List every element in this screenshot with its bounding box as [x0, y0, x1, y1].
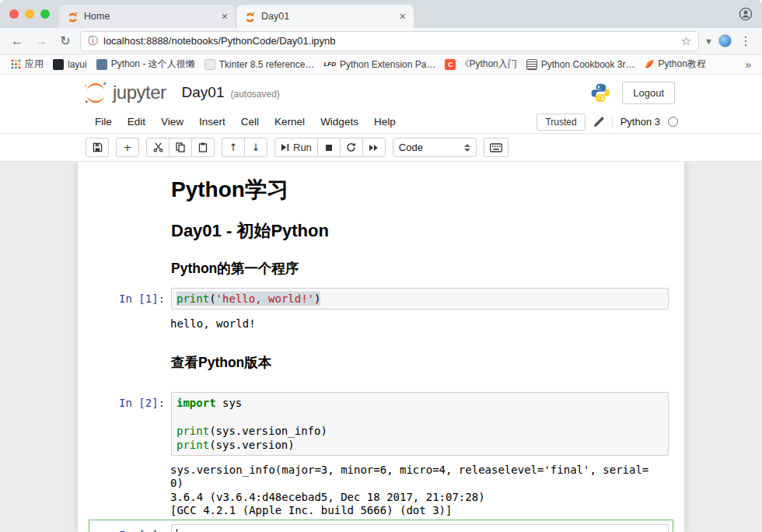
- bookmark-python-lazy[interactable]: Python - 这个人很懒: [92, 56, 200, 72]
- jupyter-logo[interactable]: jupyter: [82, 81, 166, 104]
- save-button[interactable]: [86, 138, 109, 157]
- bookmarks-bar: 应用 layui Python - 这个人很懒 Tkinter 8.5 refe…: [0, 54, 762, 75]
- bookmarks-overflow-icon[interactable]: »: [740, 58, 756, 71]
- interrupt-kernel-button[interactable]: [317, 138, 341, 157]
- cut-cell-button[interactable]: [146, 138, 170, 157]
- logout-button[interactable]: Logout: [622, 82, 675, 104]
- browser-toolbar: ← → ↻ ⓘ localhost:8888/notebooks/PythonC…: [0, 28, 762, 54]
- markdown-cell-h3-first[interactable]: Python的第一个程序: [89, 256, 673, 282]
- site-favicon-icon: [96, 59, 107, 70]
- markdown-cell-h1[interactable]: Python学习: [89, 173, 673, 207]
- zoom-window-button[interactable]: [40, 9, 50, 19]
- csdn-favicon-icon: C: [445, 59, 456, 70]
- python-logo-icon: [590, 82, 611, 103]
- menu-kernel[interactable]: Kernel: [267, 113, 313, 131]
- heading-day01: Day01 - 初始Python: [171, 221, 669, 241]
- bookmark-label: layui: [68, 59, 87, 70]
- notebook-container: Python学习 Day01 - 初始Python Python的第一个程序 I…: [78, 162, 684, 532]
- menu-help[interactable]: Help: [366, 113, 404, 131]
- extension-triangle-icon[interactable]: ▼: [704, 37, 713, 46]
- paste-icon: [198, 142, 208, 152]
- restart-icon: [346, 142, 356, 152]
- move-cell-down-button[interactable]: ↓: [244, 138, 267, 157]
- menu-cell[interactable]: Cell: [233, 113, 267, 131]
- bookmark-layui[interactable]: layui: [48, 58, 92, 72]
- window-controls: [9, 9, 50, 19]
- bookmark-label: Tkinter 8.5 reference…: [219, 59, 315, 70]
- menu-insert[interactable]: Insert: [191, 113, 233, 131]
- apps-grid-icon: [11, 59, 21, 69]
- book-favicon-icon: [526, 59, 537, 70]
- keyboard-icon: [490, 143, 502, 152]
- heading-check-version: 查看Python版本: [171, 355, 669, 371]
- markdown-cell-h3-second[interactable]: 查看Python版本: [89, 350, 673, 376]
- omnibox[interactable]: ⓘ localhost:8888/notebooks/PythonCode/Da…: [80, 31, 699, 51]
- bookmark-python-tutorial[interactable]: Python教程: [640, 56, 711, 72]
- page-info-icon[interactable]: ⓘ: [88, 34, 98, 48]
- plus-icon: +: [124, 142, 132, 153]
- tab-title: Day01: [261, 11, 394, 22]
- command-palette-button[interactable]: [484, 138, 509, 157]
- bookmark-star-icon[interactable]: ☆: [681, 34, 691, 48]
- code-input-2[interactable]: import sys print(sys.version_info)print(…: [171, 392, 669, 456]
- code-cell-2[interactable]: In [2]: import sys print(sys.version_inf…: [89, 387, 673, 460]
- jupyter-favicon-icon: [67, 11, 79, 23]
- bookmark-python-cookbook[interactable]: Python Cookbook 3r…: [522, 58, 640, 72]
- bookmark-python-extension[interactable]: LFD Python Extension Pa…: [319, 58, 440, 72]
- code-input-1[interactable]: print('hello, world!'): [171, 288, 669, 310]
- arrow-down-icon: ↓: [252, 142, 260, 153]
- autosave-status: (autosaved): [230, 89, 279, 100]
- bookmark-tkinter[interactable]: Tkinter 8.5 reference…: [200, 58, 320, 72]
- pencil-icon: [593, 117, 604, 128]
- menu-file[interactable]: File: [87, 113, 120, 131]
- kernel-name[interactable]: Python 3: [620, 116, 660, 128]
- minimize-window-button[interactable]: [25, 9, 34, 19]
- jupyter-menubar: File Edit View Insert Cell Kernel Widget…: [0, 110, 762, 134]
- tab-strip: Home × Day01 ×: [0, 0, 762, 28]
- markdown-cell-h2[interactable]: Day01 - 初始Python: [89, 216, 673, 246]
- stop-icon: [325, 144, 333, 152]
- jupyter-toolbar: + ↑ ↓ Run: [0, 134, 762, 162]
- code-cell-1[interactable]: In [1]: print('hello, world!'): [89, 283, 673, 314]
- input-prompt: In [2]:: [93, 392, 171, 456]
- bookmark-apps[interactable]: 应用: [6, 56, 48, 72]
- restart-run-all-button[interactable]: [362, 138, 386, 157]
- notebook-background: Python学习 Day01 - 初始Python Python的第一个程序 I…: [0, 162, 762, 532]
- forward-button[interactable]: →: [32, 32, 51, 51]
- layui-favicon-icon: [53, 59, 64, 70]
- bookmark-python-intro[interactable]: C 《Python入门: [440, 56, 521, 72]
- output-area-1: hello, world!: [89, 314, 673, 333]
- move-cell-up-button[interactable]: ↑: [222, 138, 245, 157]
- browser-menu-icon[interactable]: ⋮: [737, 33, 754, 48]
- browser-tab-home[interactable]: Home ×: [59, 5, 236, 28]
- notebook-title[interactable]: Day01: [182, 84, 225, 101]
- code-cell-3-selected[interactable]: In [ ]:: [89, 520, 673, 532]
- restart-kernel-button[interactable]: [340, 138, 363, 157]
- tab-close-icon[interactable]: ×: [400, 11, 406, 22]
- menu-view[interactable]: View: [153, 113, 191, 131]
- back-button[interactable]: ←: [8, 32, 26, 51]
- code-input-3[interactable]: [171, 524, 669, 532]
- trusted-button[interactable]: Trusted: [537, 114, 585, 131]
- copy-cell-button[interactable]: [169, 138, 192, 157]
- close-window-button[interactable]: [9, 9, 19, 19]
- extension-globe-icon[interactable]: [718, 34, 732, 47]
- run-cell-button[interactable]: Run: [274, 138, 318, 157]
- browser-tab-day01[interactable]: Day01 ×: [236, 5, 414, 28]
- bookmark-label: 《Python入门: [460, 58, 516, 71]
- add-cell-button[interactable]: +: [116, 138, 139, 157]
- bookmark-label: Python - 这个人很懒: [111, 58, 195, 71]
- run-icon: [281, 143, 289, 152]
- cell-type-value: Code: [399, 142, 423, 153]
- menu-edit[interactable]: Edit: [120, 113, 153, 131]
- jupyter-header: jupyter Day01 (autosaved) Logout: [0, 75, 762, 110]
- menu-widgets[interactable]: Widgets: [313, 113, 366, 131]
- paste-cell-button[interactable]: [191, 138, 215, 157]
- reload-button[interactable]: ↻: [56, 32, 75, 51]
- cell-type-dropdown[interactable]: Code: [393, 138, 477, 157]
- bookmark-label: 应用: [25, 58, 44, 71]
- profile-icon[interactable]: [739, 7, 753, 21]
- tab-close-icon[interactable]: ×: [222, 11, 228, 22]
- text-cursor: [177, 529, 177, 532]
- kernel-idle-indicator-icon: [668, 117, 678, 127]
